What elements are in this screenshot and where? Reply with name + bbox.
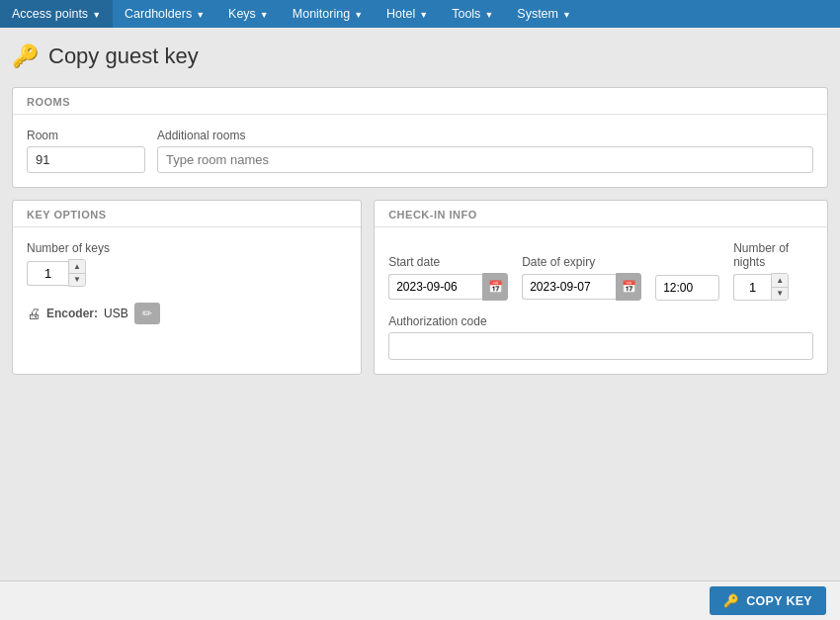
expiry-date-input[interactable]: [522, 274, 616, 300]
page-title: Copy guest key: [48, 44, 199, 69]
page-footer: 🔑 COPY KEY: [0, 580, 840, 620]
nav-access-points[interactable]: Access points ▼: [0, 0, 113, 28]
nights-group: Number of nights ▲ ▼: [733, 241, 813, 301]
nav-tools[interactable]: Tools ▼: [440, 0, 505, 28]
nights-input[interactable]: [733, 274, 771, 301]
checkin-body: Start date 📅 Date of expiry: [375, 227, 827, 374]
nav-monitoring[interactable]: Monitoring ▼: [281, 0, 375, 28]
num-keys-spinner: ▲ ▼: [27, 259, 347, 287]
time-input[interactable]: [655, 275, 719, 301]
encoder-value: USB: [104, 307, 128, 320]
nav-hotel-arrow: ▼: [419, 10, 428, 20]
rooms-panel: ROOMS Room Additional rooms: [12, 87, 828, 188]
nav-tools-arrow: ▼: [484, 10, 493, 20]
nights-label: Number of nights: [733, 241, 813, 269]
calendar-icon: 📅: [488, 280, 503, 294]
key-options-body: Number of keys ▲ ▼ 🖨 Encoder: USB ✏: [13, 227, 361, 356]
nights-spinbuttons: ▲ ▼: [771, 273, 789, 301]
additional-rooms-group: Additional rooms: [157, 129, 813, 173]
nav-system[interactable]: System ▼: [505, 0, 583, 28]
encoder-edit-button[interactable]: ✏: [134, 303, 160, 324]
num-keys-label: Number of keys: [27, 241, 347, 255]
rooms-panel-header: ROOMS: [13, 88, 827, 115]
num-keys-up[interactable]: ▲: [69, 260, 85, 273]
nav-keys[interactable]: Keys ▼: [216, 0, 281, 28]
num-keys-down[interactable]: ▼: [69, 273, 85, 286]
edit-icon: ✏: [142, 307, 152, 320]
room-group: Room: [27, 129, 145, 173]
nav-monitoring-arrow: ▼: [354, 10, 363, 20]
num-keys-input[interactable]: [27, 261, 68, 286]
start-date-wrap: 📅: [388, 273, 508, 301]
encoder-icon: 🖨: [27, 306, 41, 321]
navigation: Access points ▼ Cardholders ▼ Keys ▼ Mon…: [0, 0, 840, 28]
two-col-section: KEY OPTIONS Number of keys ▲ ▼ 🖨 Encoder…: [12, 200, 828, 387]
copy-key-button[interactable]: 🔑 COPY KEY: [710, 586, 826, 615]
number-of-keys-row: Number of keys ▲ ▼: [27, 241, 347, 287]
start-date-group: Start date 📅: [388, 255, 508, 301]
copy-key-label: COPY KEY: [746, 594, 812, 608]
nav-access-points-arrow: ▼: [92, 10, 101, 20]
expiry-date-label: Date of expiry: [522, 255, 641, 269]
checkin-panel: CHECK-IN INFO Start date 📅: [374, 200, 828, 375]
checkin-dates-row: Start date 📅 Date of expiry: [388, 241, 813, 301]
start-date-label: Start date: [388, 255, 508, 269]
auth-code-group: Authorization code: [388, 314, 813, 360]
nights-up[interactable]: ▲: [772, 274, 788, 287]
nav-cardholders-arrow: ▼: [196, 10, 205, 20]
copy-key-icon: 🔑: [723, 593, 739, 608]
time-label: [655, 257, 719, 271]
expiry-date-wrap: 📅: [522, 273, 641, 301]
nav-cardholders[interactable]: Cardholders ▼: [113, 0, 216, 28]
num-keys-spinbuttons: ▲ ▼: [68, 259, 86, 287]
key-options-header: KEY OPTIONS: [13, 201, 361, 227]
start-date-input[interactable]: [388, 274, 482, 300]
expiry-date-group: Date of expiry 📅: [522, 255, 641, 301]
nav-hotel[interactable]: Hotel ▼: [375, 0, 440, 28]
page-content: 🔑 Copy guest key ROOMS Room Additional r…: [0, 28, 840, 402]
page-header: 🔑 Copy guest key: [12, 44, 828, 69]
nights-down[interactable]: ▼: [772, 287, 788, 300]
time-group: [655, 257, 719, 301]
calendar-icon-2: 📅: [622, 280, 636, 294]
additional-rooms-input[interactable]: [157, 146, 813, 173]
expiry-date-calendar-button[interactable]: 📅: [616, 273, 641, 301]
nights-spinner: ▲ ▼: [733, 273, 813, 301]
key-options-panel: KEY OPTIONS Number of keys ▲ ▼ 🖨 Encoder…: [12, 200, 362, 375]
additional-rooms-label: Additional rooms: [157, 129, 813, 142]
rooms-panel-body: Room Additional rooms: [13, 115, 827, 187]
page-title-icon: 🔑: [12, 44, 39, 69]
nav-system-arrow: ▼: [562, 10, 571, 20]
checkin-header: CHECK-IN INFO: [375, 201, 827, 227]
auth-code-label: Authorization code: [388, 314, 813, 328]
encoder-label: Encoder:: [46, 307, 98, 320]
room-label: Room: [27, 129, 145, 142]
auth-code-input[interactable]: [388, 332, 813, 360]
rooms-row: Room Additional rooms: [27, 129, 813, 173]
encoder-row: 🖨 Encoder: USB ✏: [27, 303, 347, 324]
nav-keys-arrow: ▼: [260, 10, 269, 20]
start-date-calendar-button[interactable]: 📅: [482, 273, 508, 301]
room-input[interactable]: [27, 146, 145, 173]
